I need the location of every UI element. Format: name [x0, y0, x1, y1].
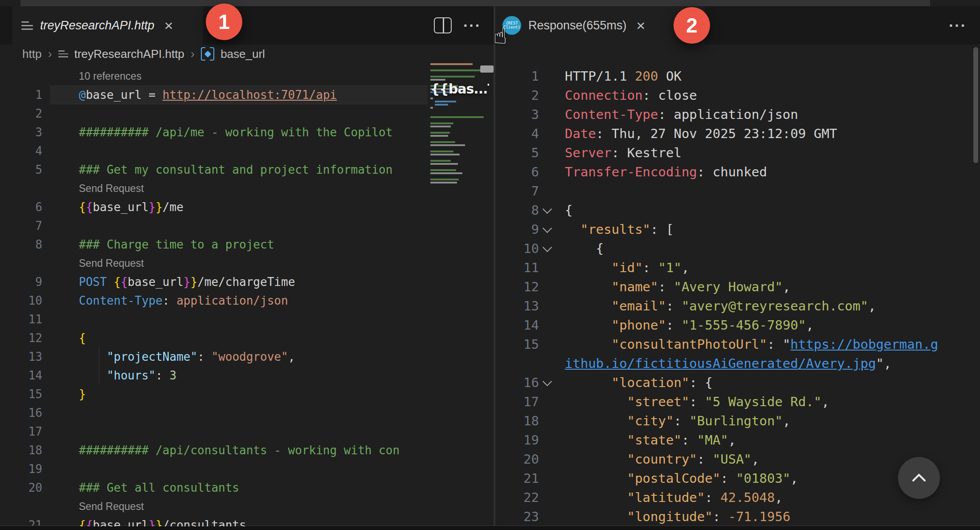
token: base_url	[93, 518, 148, 526]
line-number: 12	[0, 329, 42, 347]
left-editor-scrollbar-thumb[interactable]	[480, 65, 494, 73]
line-number: 15	[0, 385, 42, 404]
token: "1-555-456-7890"	[682, 318, 806, 333]
code-line-12: 12{	[0, 329, 430, 347]
codelens-send-request[interactable]: Send Request	[0, 254, 430, 273]
minimap-line	[430, 107, 433, 109]
token	[565, 394, 627, 409]
code-text: ### Charge time to a project	[79, 235, 274, 254]
http-editor-content[interactable]: 10 references1@base_url = http://localho…	[0, 67, 430, 526]
minimap-line	[430, 182, 457, 183]
token: }	[155, 518, 163, 526]
breadcrumb-root[interactable]: http	[22, 47, 41, 61]
scroll-to-top-button[interactable]	[898, 457, 940, 499]
code-text: "projectName": "woodgrove",	[79, 347, 295, 366]
token: Date	[565, 126, 596, 141]
token	[79, 369, 107, 382]
right-editor-tab-bar: {REST Client} Response(655ms) × ···	[495, 6, 980, 45]
line-number: 3	[495, 105, 539, 124]
code-line-7: 7	[0, 216, 430, 235]
token	[565, 318, 612, 333]
minimap-line	[430, 179, 459, 180]
code-text: @base_url = http://localhost:7071/api	[79, 86, 337, 104]
token: ,	[288, 350, 295, 363]
codelens-label[interactable]: Send Request	[79, 497, 144, 516]
token: : chunked	[697, 164, 767, 179]
fold-spacer	[539, 507, 555, 526]
codelens-send-request[interactable]: Send Request	[0, 179, 430, 198]
line-number	[0, 179, 42, 198]
line-number: 7	[0, 216, 42, 235]
code-text: "street": "5 Wayside Rd.",	[565, 392, 829, 412]
fold-spacer	[539, 124, 555, 143]
code-line-2: 2Connection: close	[495, 86, 973, 105]
fold-chevron-icon[interactable]	[539, 220, 555, 239]
right-editor-actions: ···	[949, 6, 967, 45]
fold-chevron-icon[interactable]	[539, 239, 555, 258]
token: "city"	[627, 413, 674, 428]
code-line-14: 14 "hours": 3	[0, 366, 430, 385]
code-line-8: 8### Charge time to a project	[0, 235, 430, 254]
token: "5 Wayside Rd."	[705, 394, 821, 409]
url-link[interactable]: http://localhost:7071/api	[163, 88, 337, 102]
http-file-icon	[21, 19, 33, 32]
breadcrumb-file[interactable]: treyResearchAPI.http	[74, 47, 184, 61]
url-link[interactable]: https://bobgerman.g	[790, 337, 938, 352]
token: ,	[783, 279, 790, 294]
cursor-pointer-icon: ☝	[494, 23, 507, 49]
codelens-references[interactable]: 10 references	[0, 67, 430, 86]
code-line-2: 2	[0, 104, 430, 123]
fold-chevron-icon[interactable]	[539, 201, 555, 220]
code-line-13: 13 "projectName": "woodgrove",	[0, 347, 430, 366]
token: /consultants	[163, 518, 246, 526]
codelens-label[interactable]: Send Request	[79, 179, 144, 198]
split-editor-icon[interactable]	[434, 17, 452, 33]
token: ,	[682, 260, 689, 275]
minimap-line	[430, 141, 455, 143]
token: "country"	[627, 452, 697, 467]
code-text: ### Get all consultants	[79, 478, 239, 497]
code-text: HTTP/1.1 200 OK	[565, 67, 682, 86]
code-text: "latitude": 42.5048,	[565, 488, 783, 507]
code-line-9: 9POST {{base_url}}/me/chargeTime	[0, 273, 430, 291]
token: base_url	[128, 275, 184, 289]
editor-pane-divider[interactable]	[494, 6, 495, 526]
codelens-send-request[interactable]: Send Request	[0, 497, 430, 516]
close-icon[interactable]: ×	[164, 18, 173, 33]
code-text: Content-Type: application/json	[565, 105, 798, 124]
more-actions-icon[interactable]: ···	[463, 18, 481, 33]
token: Connection	[565, 88, 643, 103]
line-number: 21	[0, 516, 42, 526]
token: :	[767, 337, 783, 352]
fold-spacer	[539, 354, 555, 373]
fold-chevron-icon[interactable]	[539, 373, 555, 392]
code-line-19: 19 "state": "MA",	[495, 431, 973, 450]
line-number	[0, 67, 42, 86]
http-file-icon	[58, 49, 68, 59]
tab-treyresearchapi-http[interactable]: treyResearchAPI.http ×	[12, 6, 203, 45]
code-text: ########## /api/consultants - working wi…	[79, 441, 400, 460]
token: :	[197, 350, 211, 363]
line-number: 19	[495, 431, 539, 450]
code-line-3: 3########## /api/me - working with the C…	[0, 123, 430, 142]
token	[565, 471, 627, 486]
token: "MA"	[697, 432, 728, 448]
right-editor-scrollbar-thumb[interactable]	[973, 47, 978, 163]
token: :	[697, 452, 713, 467]
line-number: 16	[495, 373, 539, 392]
codelens-label[interactable]: 10 references	[79, 67, 142, 86]
codelens-label[interactable]: Send Request	[79, 254, 144, 273]
response-editor-content[interactable]: 1HTTP/1.1 200 OK2Connection: close3Conte…	[495, 67, 973, 526]
minimap-line	[435, 101, 456, 102]
breadcrumb-symbol[interactable]: base_url	[220, 47, 265, 61]
line-number: 21	[495, 469, 539, 488]
more-actions-icon[interactable]: ···	[949, 18, 967, 33]
code-line-16: 16 "location": {	[495, 373, 973, 392]
code-line-18: 18 "city": "Burlington",	[495, 412, 973, 431]
close-icon[interactable]: ×	[637, 18, 645, 33]
minimap-line	[430, 122, 453, 124]
minimap[interactable]	[430, 63, 487, 526]
line-number: 4	[0, 142, 42, 160]
url-link[interactable]: ithub.io/fictitiousAiGenerated/Avery.jpg	[565, 356, 876, 371]
code-text: "consultantPhotoUrl": "https://bobgerman…	[565, 335, 938, 354]
